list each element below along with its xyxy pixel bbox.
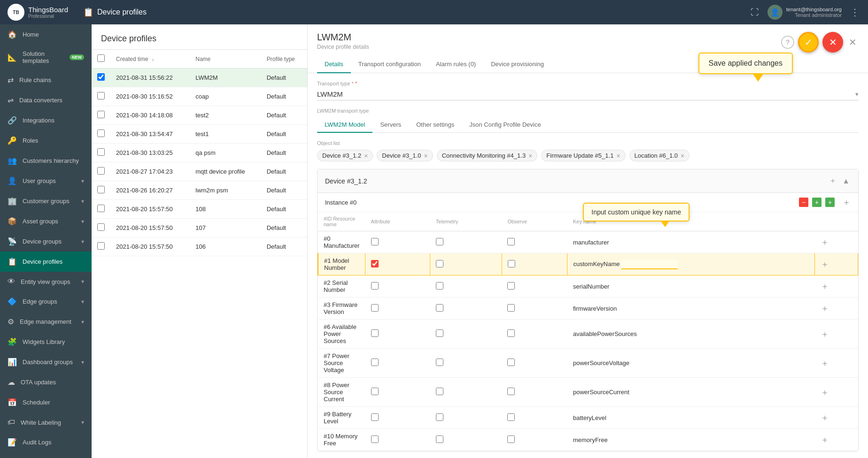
observe-checkbox[interactable]	[508, 260, 515, 267]
attribute-checkbox[interactable]	[371, 388, 379, 395]
resource-add-button[interactable]: ＋	[821, 237, 829, 248]
observe-checkbox[interactable]	[507, 388, 515, 395]
close-panel-button[interactable]: ✕	[847, 35, 859, 50]
sidebar-item-integrations[interactable]: 🔗 Integrations	[0, 110, 92, 130]
transport-tab-servers[interactable]: Servers	[372, 117, 409, 133]
observe-checkbox[interactable]	[507, 238, 515, 245]
observe-checkbox[interactable]	[507, 329, 515, 337]
attribute-checkbox[interactable]	[371, 282, 379, 290]
sidebar-item-audit-logs[interactable]: 📝 Audit Logs	[0, 432, 92, 452]
table-row[interactable]: 2021-08-20 15:57:50 107 Default	[92, 219, 307, 237]
sidebar-item-solution-templates[interactable]: 📐 Solution templates NEW	[0, 45, 92, 70]
tab-alarm-rules[interactable]: Alarm rules (0)	[428, 56, 483, 73]
observe-checkbox[interactable]	[507, 304, 515, 312]
attribute-checkbox[interactable]	[371, 329, 379, 337]
tab-details[interactable]: Details	[317, 56, 351, 73]
observe-checkbox[interactable]	[507, 282, 515, 290]
chip-remove-button[interactable]: ×	[681, 153, 684, 159]
instance-add-extra-button[interactable]: ＋	[842, 197, 851, 208]
sidebar-item-roles[interactable]: 🔑 Roles	[0, 130, 92, 151]
resource-add-button[interactable]: ＋	[821, 328, 829, 340]
resource-add-button[interactable]: ＋	[821, 434, 829, 445]
telemetry-checkbox[interactable]	[436, 413, 443, 421]
sidebar-item-edge-groups[interactable]: 🔷 Edge groups ▾	[0, 291, 92, 312]
table-row[interactable]: 2021-08-30 15:16:52 coap Default	[92, 87, 307, 106]
telemetry-checkbox[interactable]	[436, 359, 443, 366]
sidebar-item-asset-groups[interactable]: 📦 Asset groups ▾	[0, 211, 92, 231]
row-checkbox[interactable]	[97, 167, 105, 175]
table-row[interactable]: 2021-08-26 16:20:27 lwm2m psm Default	[92, 181, 307, 200]
row-checkbox[interactable]	[97, 148, 105, 156]
table-row[interactable]: 2021-08-31 15:56:22 LWM2M Default	[92, 69, 307, 87]
resource-add-button[interactable]: ＋	[821, 281, 829, 292]
telemetry-checkbox[interactable]	[436, 388, 443, 395]
sidebar-item-widgets-library[interactable]: 🧩 Widgets Library	[0, 332, 92, 352]
chip-remove-button[interactable]: ×	[424, 153, 427, 159]
sidebar-item-data-converters[interactable]: ⇌ Data converters	[0, 90, 92, 110]
table-row[interactable]: 2021-08-20 15:57:50 108 Default	[92, 200, 307, 219]
sidebar-item-api-usage[interactable]: 📈 Api Usage	[0, 452, 92, 458]
expand-less-button[interactable]: ＋	[828, 175, 837, 187]
resource-add-button[interactable]: ＋	[821, 387, 829, 398]
chip-remove-button[interactable]: ×	[528, 153, 532, 159]
confirm-button[interactable]: ✓	[798, 32, 819, 53]
row-checkbox[interactable]	[97, 205, 105, 212]
row-checkbox[interactable]	[97, 186, 105, 193]
sidebar-item-device-groups[interactable]: 📡 Device groups ▾	[0, 231, 92, 252]
row-checkbox[interactable]	[97, 73, 105, 81]
attribute-checkbox[interactable]	[371, 413, 379, 421]
row-checkbox[interactable]	[97, 92, 105, 99]
attribute-checkbox[interactable]	[371, 260, 379, 267]
instance-remove-button[interactable]: −	[799, 198, 808, 207]
key-name-input[interactable]	[621, 260, 678, 269]
row-checkbox[interactable]	[97, 223, 105, 231]
telemetry-checkbox[interactable]	[436, 435, 443, 443]
observe-checkbox[interactable]	[507, 359, 515, 366]
col-created-time[interactable]: Created time ↓	[110, 50, 190, 69]
chip-remove-button[interactable]: ×	[364, 153, 368, 159]
help-button[interactable]: ?	[781, 36, 794, 49]
instance-add-button-1[interactable]: +	[812, 198, 822, 207]
attribute-checkbox[interactable]	[371, 435, 379, 443]
telemetry-checkbox[interactable]	[436, 260, 443, 267]
cancel-button[interactable]: ✕	[822, 32, 843, 53]
table-row[interactable]: 2021-08-30 14:18:08 test2 Default	[92, 106, 307, 125]
attribute-checkbox[interactable]	[371, 359, 379, 366]
row-checkbox[interactable]	[97, 242, 105, 250]
attribute-checkbox[interactable]	[371, 238, 379, 245]
row-checkbox[interactable]	[97, 111, 105, 118]
observe-checkbox[interactable]	[507, 435, 515, 443]
sidebar-item-dashboard-groups[interactable]: 📊 Dashboard groups ▾	[0, 352, 92, 372]
row-checkbox[interactable]	[97, 130, 105, 137]
tab-transport[interactable]: Transport configuration	[351, 56, 428, 73]
table-row[interactable]: 2021-08-30 13:03:25 qa psm Default	[92, 144, 307, 162]
transport-tab-json-config[interactable]: Json Config Profile Device	[462, 117, 548, 133]
sidebar-item-customers-hierarchy[interactable]: 👥 Customers hierarchy	[0, 151, 92, 171]
telemetry-checkbox[interactable]	[436, 304, 443, 312]
sidebar-item-entity-view-groups[interactable]: 👁 Entity view groups ▾	[0, 272, 92, 291]
resource-add-button[interactable]: ＋	[821, 303, 829, 314]
sidebar-item-scheduler[interactable]: 📅 Scheduler	[0, 392, 92, 412]
telemetry-checkbox[interactable]	[436, 329, 443, 337]
table-row[interactable]: 2021-08-30 13:54:47 test1 Default	[92, 125, 307, 144]
fullscreen-button[interactable]: ⛶	[750, 7, 760, 18]
transport-tab-lwm2m-model[interactable]: LWM2M Model	[317, 117, 372, 133]
table-row[interactable]: 2021-08-27 17:04:23 mqtt device profile …	[92, 162, 307, 181]
attribute-checkbox[interactable]	[371, 304, 379, 312]
sidebar-item-rule-chains[interactable]: ⇄ Rule chains	[0, 70, 92, 90]
instance-add-button-2[interactable]: +	[825, 198, 835, 207]
table-row[interactable]: 2021-08-20 15:57:50 106 Default	[92, 237, 307, 256]
sidebar-item-white-labeling[interactable]: 🏷 White Labeling ▾	[0, 412, 92, 432]
sidebar-item-customer-groups[interactable]: 🏢 Customer groups ▾	[0, 191, 92, 211]
select-all-checkbox[interactable]	[97, 54, 105, 62]
tab-device-provisioning[interactable]: Device provisioning	[483, 56, 551, 73]
sidebar-item-device-profiles[interactable]: 📋 Device profiles	[0, 252, 92, 272]
telemetry-checkbox[interactable]	[436, 238, 443, 245]
chip-remove-button[interactable]: ×	[616, 153, 620, 159]
resource-add-button[interactable]: ＋	[821, 259, 829, 270]
resource-add-button[interactable]: ＋	[821, 358, 829, 369]
sidebar-item-user-groups[interactable]: 👤 User groups ▾	[0, 171, 92, 191]
observe-checkbox[interactable]	[507, 413, 515, 421]
more-options-button[interactable]: ⋮	[849, 6, 860, 19]
collapse-button[interactable]: ▲	[841, 175, 851, 187]
